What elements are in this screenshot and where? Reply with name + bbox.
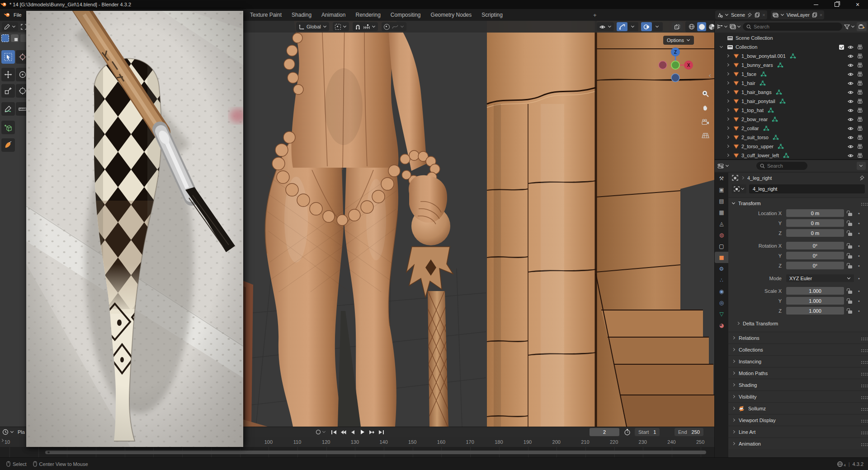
properties-tab[interactable]: ◍ — [715, 229, 728, 240]
scene-selector[interactable]: Scene × — [715, 10, 767, 19]
properties-section-header[interactable]: Instancing — [728, 355, 868, 367]
keying-set-dropdown[interactable] — [315, 429, 326, 435]
workspace-tab[interactable]: Animation — [316, 9, 350, 21]
annotate-tool[interactable] — [1, 102, 15, 116]
lock-icon[interactable] — [848, 245, 852, 249]
select-box-tool[interactable] — [1, 50, 15, 64]
transform-value-field[interactable]: 1.000 — [786, 287, 844, 295]
lock-icon[interactable] — [848, 223, 852, 226]
shading-material-button[interactable] — [707, 22, 714, 31]
hide-eye-icon[interactable] — [847, 72, 854, 77]
animate-dot-icon[interactable]: • — [856, 288, 862, 294]
hide-eye-icon[interactable] — [847, 81, 854, 86]
transform-panel-header[interactable]: Transform — [728, 198, 868, 209]
jump-to-start-button[interactable] — [330, 428, 338, 436]
panel-drag-handle-icon[interactable] — [861, 203, 862, 204]
workspace-tab[interactable]: Shading — [287, 9, 316, 21]
current-frame-field[interactable]: 2 — [590, 428, 619, 436]
chevron-right-icon[interactable] — [726, 54, 730, 58]
snap-controls[interactable] — [353, 22, 378, 31]
properties-section-header[interactable]: Animation — [728, 437, 868, 449]
hide-eye-icon[interactable] — [847, 117, 854, 122]
lock-icon[interactable] — [848, 291, 852, 294]
chevron-right-icon[interactable] — [726, 136, 730, 139]
properties-section-header[interactable]: Motion Paths — [728, 367, 868, 379]
hide-eye-icon[interactable] — [847, 144, 854, 149]
panel-drag-handle-icon[interactable] — [861, 420, 862, 421]
disable-render-camera-icon[interactable] — [857, 126, 864, 131]
outliner-object-row[interactable]: 1_hair — [715, 79, 868, 88]
gizmo-minus-z-axis[interactable] — [671, 74, 679, 82]
remove-viewlayer-icon[interactable]: × — [820, 12, 822, 18]
panel-drag-handle-icon[interactable] — [861, 373, 862, 374]
collection-checkbox[interactable] — [839, 45, 844, 50]
jump-to-end-button[interactable] — [377, 428, 386, 436]
proportional-editing-controls[interactable] — [382, 22, 406, 31]
outliner-object-row[interactable]: 1_face — [715, 70, 868, 79]
play-button[interactable] — [358, 428, 367, 436]
object-name-field[interactable]: 4_leg_right — [749, 184, 865, 193]
transform-value-field[interactable]: 1.000 — [786, 307, 844, 315]
previous-keyframe-button[interactable] — [339, 428, 348, 436]
timeline-scrollbar[interactable] — [45, 451, 706, 454]
chevron-right-icon[interactable] — [726, 99, 730, 103]
workspace-tab[interactable]: Texture Paint — [245, 9, 287, 21]
disable-render-camera-icon[interactable] — [857, 153, 864, 158]
outliner-filter-dropdown[interactable] — [844, 24, 855, 29]
brush-tool[interactable] — [1, 138, 15, 152]
file-menu[interactable]: File — [0, 12, 22, 18]
outliner-object-row[interactable]: 1_hair_bangs — [715, 88, 868, 97]
panel-drag-handle-icon[interactable] — [861, 432, 862, 432]
chevron-right-icon[interactable] — [726, 81, 730, 85]
lock-icon[interactable] — [848, 233, 852, 236]
lock-icon[interactable] — [848, 265, 852, 268]
playback-menu[interactable]: Pla — [18, 429, 25, 435]
vertex-mask-toggle[interactable] — [11, 34, 19, 42]
properties-tab[interactable]: ◕ — [715, 320, 728, 331]
play-reverse-button[interactable] — [349, 428, 357, 436]
frame-start-field[interactable]: Start 1 — [635, 428, 660, 436]
disable-render-camera-icon[interactable] — [857, 62, 864, 68]
animate-dot-icon[interactable]: • — [856, 276, 862, 281]
new-viewlayer-icon[interactable] — [812, 12, 817, 18]
new-collection-button[interactable] — [857, 22, 867, 31]
shading-solid-button[interactable] — [697, 22, 706, 31]
hide-eye-icon[interactable] — [847, 45, 854, 50]
properties-tab[interactable]: ◎ — [715, 297, 728, 308]
properties-tab[interactable]: ▽ — [715, 308, 728, 320]
transform-value-field[interactable]: 0 m — [786, 219, 844, 227]
panel-drag-handle-icon[interactable] — [861, 385, 862, 385]
panel-drag-handle-icon[interactable] — [861, 349, 862, 350]
add-cube-tool[interactable] — [1, 121, 15, 134]
close-button[interactable]: × — [847, 0, 868, 9]
use-preview-range-toggle[interactable] — [624, 428, 631, 436]
unlink-scene-icon[interactable]: × — [762, 12, 765, 18]
properties-section-header[interactable]: Collections — [728, 343, 868, 355]
panel-drag-handle-icon[interactable] — [861, 408, 862, 409]
properties-options-button[interactable] — [857, 162, 866, 170]
properties-section-header[interactable]: Visibility — [728, 390, 868, 402]
zoom-button[interactable] — [699, 88, 711, 99]
chevron-right-icon[interactable] — [726, 118, 730, 121]
outliner-object-row[interactable]: 1_bunny_ears — [715, 61, 868, 70]
navigation-gizmo[interactable]: Z X — [656, 46, 694, 84]
lock-icon[interactable] — [848, 213, 852, 216]
transform-value-field[interactable]: 0° — [786, 252, 844, 259]
animate-dot-icon[interactable]: • — [856, 221, 862, 226]
gizmos-toggle[interactable] — [617, 22, 627, 31]
animate-dot-icon[interactable]: • — [856, 253, 862, 258]
animate-dot-icon[interactable]: • — [856, 243, 862, 249]
properties-tab[interactable]: ⚙ — [715, 263, 728, 274]
animate-dot-icon[interactable]: • — [856, 230, 862, 236]
chevron-right-icon[interactable] — [726, 72, 730, 76]
gizmo-minus-x-axis[interactable] — [659, 61, 667, 69]
outliner-object-row[interactable]: 3_cuff_lower_left — [715, 151, 868, 160]
overlays-dropdown[interactable] — [652, 22, 663, 31]
properties-section-header[interactable]: Relations — [728, 332, 868, 343]
new-scene-icon[interactable] — [755, 12, 760, 18]
transform-value-field[interactable]: 0° — [786, 262, 844, 269]
panel-drag-handle-icon[interactable] — [861, 361, 862, 362]
timeline-expand-arrow[interactable] — [0, 438, 4, 443]
properties-tab[interactable]: ■ — [715, 252, 728, 263]
disable-render-camera-icon[interactable] — [857, 117, 864, 122]
